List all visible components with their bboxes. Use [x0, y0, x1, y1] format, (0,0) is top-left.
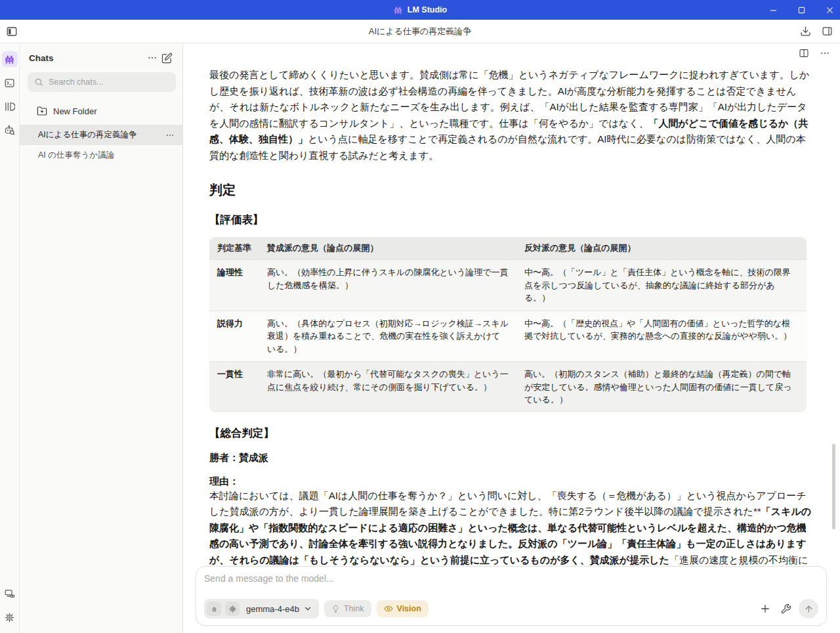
table-row: 論理性 高い。（効率性の上昇に伴うスキルの陳腐化という論理で一貫した危機感を構築… — [209, 259, 807, 311]
minimize-button[interactable] — [768, 5, 778, 15]
table-header-pro: 賛成派の意見（論点の展開） — [259, 237, 516, 259]
chat-title: AIによる仕事の再定義論争 — [0, 26, 840, 37]
chat-options-icon[interactable] — [818, 46, 832, 60]
chat-list: AIによる仕事の再定義論争 AI の仕事奪うか議論 — [20, 125, 182, 165]
chat-header: AIによる仕事の再定義論争 — [0, 20, 840, 43]
developer-terminal-icon[interactable] — [2, 75, 18, 91]
scrollbar-thumb[interactable] — [832, 444, 835, 529]
composer: gemma-4-e4b Think — [196, 566, 827, 626]
think-toggle[interactable]: Think — [324, 600, 371, 617]
closing-statement-paragraph: 最後の発言として締めくくりたいと思います。賛成側は常に「危機」というネガティブな… — [209, 67, 814, 164]
chat-list-item[interactable]: AI の仕事奪うか議論 — [20, 145, 182, 165]
chat-main: 最後の発言として締めくくりたいと思います。賛成側は常に「危機」というネガティブな… — [183, 43, 840, 633]
eject-model-icon[interactable] — [207, 601, 221, 616]
evaluation-table: 判定基準 賛成派の意見（論点の展開） 反対派の意見（論点の展開） 論理性 高い。… — [209, 237, 807, 412]
think-label: Think — [344, 604, 364, 613]
close-button[interactable] — [825, 5, 835, 15]
new-chat-icon[interactable] — [159, 51, 175, 66]
model-name: gemma-4-e4b — [246, 604, 299, 614]
new-folder-label: New Folder — [53, 106, 96, 116]
lm-studio-logo-icon — [393, 6, 403, 14]
vision-label: Vision — [397, 604, 421, 613]
evaluation-table-heading: 【評価表】 — [209, 213, 814, 227]
table-header-con: 反対派の意見（論点の展開） — [516, 237, 807, 259]
settings-gear-icon[interactable] — [2, 609, 18, 625]
table-row: 一貫性 非常に高い。（最初から「代替可能なタスクの喪失」という一点に焦点を絞り続… — [209, 361, 807, 412]
chat-list-item-selected[interactable]: AIによる仕事の再定義論争 — [20, 125, 182, 145]
model-settings-gear-icon[interactable] — [225, 601, 240, 616]
app-title: LM Studio — [408, 5, 447, 14]
chat-search-box[interactable] — [28, 72, 176, 92]
sidebar-title: Chats — [29, 53, 54, 63]
chat-item-label: AIによる仕事の再定義論争 — [38, 129, 136, 141]
download-button[interactable] — [798, 24, 813, 39]
remote-connection-icon[interactable] — [2, 586, 18, 601]
lm-studio-window: LM Studio AIによる仕事の再定義論争 — [0, 0, 840, 633]
table-header-criteria: 判定基準 — [209, 237, 259, 259]
search-icon — [34, 77, 43, 87]
folder-plus-icon — [37, 106, 47, 116]
my-models-icon[interactable] — [2, 98, 18, 114]
chats-menu-icon[interactable] — [145, 51, 159, 65]
titlebar: LM Studio — [0, 0, 840, 20]
table-row: 説得力 高い。（具体的なプロセス（初期対応→ロジック検証→スキル衰退）を積み重ね… — [209, 311, 807, 362]
attach-plus-icon[interactable] — [757, 601, 773, 617]
overall-judgement-heading: 【総合判定】 — [209, 426, 814, 441]
reason-label: 理由： — [209, 475, 814, 488]
chat-tab-icon[interactable] — [2, 51, 18, 67]
chats-sidebar: Chats New Folder — [20, 43, 183, 633]
search-chats-input[interactable] — [49, 77, 169, 87]
sidebar-toggle-button[interactable] — [4, 24, 20, 39]
new-folder-button[interactable]: New Folder — [20, 101, 182, 121]
lightbulb-icon — [331, 605, 340, 613]
model-selector[interactable]: gemma-4-e4b — [204, 599, 319, 619]
message-input[interactable] — [204, 573, 818, 584]
vision-toggle[interactable]: Vision — [377, 600, 429, 617]
tools-wrench-icon[interactable] — [778, 601, 793, 617]
assistant-message: 最後の発言として締めくくりたいと思います。賛成側は常に「危機」というネガティブな… — [183, 63, 840, 633]
chat-item-menu-icon[interactable] — [165, 131, 175, 140]
judgement-heading: 判定 — [209, 181, 814, 199]
winner-line: 勝者：賛成派 — [209, 452, 814, 464]
chevron-down-icon — [303, 604, 312, 613]
maximize-button[interactable] — [797, 5, 807, 15]
discover-icon[interactable] — [2, 122, 18, 138]
eye-icon — [384, 604, 393, 613]
panel-right-toggle-button[interactable] — [820, 24, 835, 39]
send-button[interactable] — [799, 599, 818, 619]
chat-item-label: AI の仕事奪うか議論 — [38, 150, 114, 161]
app-rail — [0, 43, 20, 633]
split-chat-icon[interactable] — [797, 46, 811, 60]
